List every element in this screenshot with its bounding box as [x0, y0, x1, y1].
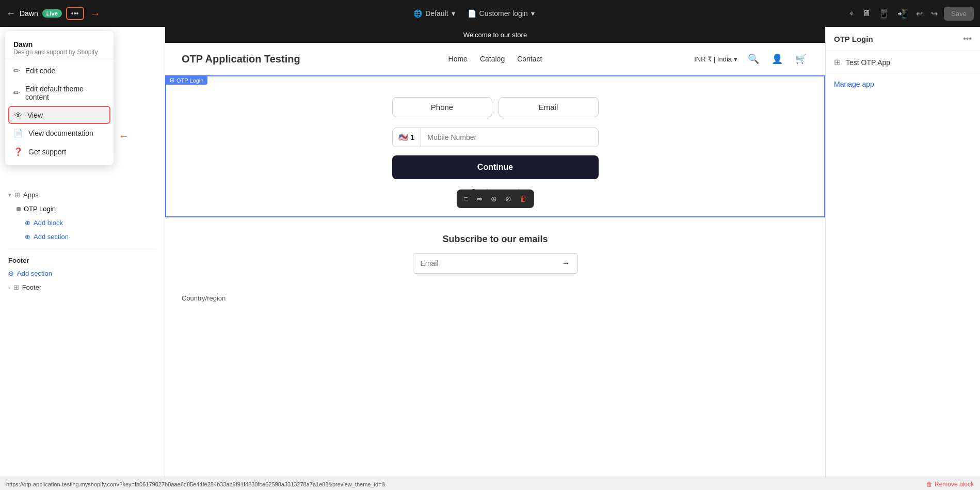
country-code-text: 1 — [411, 133, 415, 141]
apps-label: Apps — [23, 191, 39, 199]
store-actions: INR ₹ | India ▾ 🔍 👤 🛒 — [652, 51, 809, 67]
main-layout: Dawn Design and support by Shopify ✏ Edi… — [0, 27, 980, 490]
flag-icon: 🇺🇸 — [399, 133, 408, 141]
add-section-footer-label: Add section — [17, 270, 52, 277]
account-button[interactable]: 👤 — [769, 51, 785, 67]
remove-block-button[interactable]: 🗑 Remove block — [926, 481, 974, 488]
country-code-selector[interactable]: 🇺🇸 1 — [393, 128, 422, 147]
otp-login-dot — [17, 207, 21, 211]
dropdown-edit-default[interactable]: ✏ Edit default theme content — [5, 80, 114, 106]
dropdown-menu: Dawn Design and support by Shopify ✏ Edi… — [5, 31, 114, 165]
add-block-row[interactable]: ⊕ Add block — [17, 216, 165, 230]
topbar-right: ⌖ 🖥 📱 📲 ↩ ↪ Save — [847, 7, 974, 21]
apps-chevron-icon: ▾ — [8, 192, 11, 198]
apps-row[interactable]: ▾ ⊞ Apps — [0, 188, 165, 202]
view-docs-icon: 📄 — [13, 129, 23, 138]
nav-contact[interactable]: Contact — [517, 55, 542, 63]
view-arrow-indicator: ← — [119, 130, 129, 142]
topbar-center: 🌐 Default ▾ 📄 Customer login ▾ — [105, 9, 844, 18]
more-button[interactable]: ••• — [66, 7, 84, 20]
manage-app-link[interactable]: Manage app — [826, 74, 980, 94]
apps-grid-icon: ⊞ — [14, 191, 20, 199]
add-section-label: Add section — [34, 233, 69, 241]
store-logo: OTP Application Testing — [182, 53, 339, 65]
dropdown-get-support[interactable]: ❓ Get support — [5, 143, 114, 161]
customer-login-button[interactable]: 📄 Customer login ▾ — [468, 9, 535, 18]
desktop-icon-button[interactable]: 🖥 — [860, 7, 873, 20]
dropdown-view[interactable]: 👁 View — [8, 106, 110, 124]
currency-text: INR ₹ | India — [694, 55, 732, 63]
default-button[interactable]: 🌐 Default ▾ — [413, 9, 455, 18]
email-submit-button[interactable]: → — [555, 254, 577, 273]
currency-chevron-icon: ▾ — [734, 55, 737, 63]
back-button[interactable]: ← — [6, 8, 15, 19]
footer-item-label: Footer — [22, 283, 42, 291]
add-section-footer-row[interactable]: ⊕ Add section — [0, 266, 165, 280]
sidebar-divider — [8, 248, 156, 248]
get-support-icon: ❓ — [13, 147, 23, 156]
topbar: ← Dawn Live ••• → 🌐 Default ▾ 📄 Customer… — [0, 0, 980, 27]
add-block-label: Add block — [34, 219, 63, 227]
dropdown-view-docs[interactable]: 📄 View documentation — [5, 124, 114, 143]
toolbar-duplicate[interactable]: ⊕ — [488, 193, 500, 205]
redo-button[interactable]: ↪ — [929, 7, 940, 21]
right-panel: OTP Login ••• ⊞ Test OTP App Manage app — [825, 27, 980, 490]
toolbar-delete[interactable]: 🗑 — [517, 193, 530, 205]
search-button[interactable]: 🔍 — [746, 51, 761, 67]
edit-default-icon: ✏ — [13, 88, 20, 98]
chevron-down-icon: ▾ — [452, 9, 455, 18]
toolbar-hide[interactable]: ⊘ — [502, 193, 515, 205]
add-section-plus-icon: ⊕ — [25, 233, 30, 241]
globe-icon: 🌐 — [413, 9, 422, 18]
apps-group: ▾ ⊞ Apps OTP Login ⊕ Add block ⊕ A — [0, 188, 165, 244]
right-panel-more-button[interactable]: ••• — [963, 34, 972, 43]
page-icon: 📄 — [468, 9, 476, 18]
phone-icon-button[interactable]: 📲 — [895, 7, 910, 21]
phone-input-row: 🇺🇸 1 — [392, 128, 599, 147]
dropdown-edit-default-label: Edit default theme content — [25, 85, 105, 101]
nav-catalog[interactable]: Catalog — [480, 55, 505, 63]
dropdown-subtitle: Design and support by Shopify — [13, 49, 105, 56]
undo-button[interactable]: ↩ — [914, 7, 925, 21]
toolbar-align-center[interactable]: ⇔ — [473, 193, 486, 205]
tablet-icon-button[interactable]: 📱 — [877, 7, 891, 21]
footer-section-title: Footer — [0, 252, 165, 266]
email-tab[interactable]: Email — [499, 97, 599, 117]
save-button[interactable]: Save — [944, 7, 974, 21]
mobile-number-input[interactable] — [421, 128, 598, 147]
dropdown-edit-code[interactable]: ✏ Edit code — [5, 61, 114, 80]
edit-code-icon: ✏ — [13, 66, 20, 75]
preview-frame[interactable]: Welcome to our store OTP Application Tes… — [165, 27, 825, 490]
otp-login-row[interactable]: OTP Login — [17, 202, 165, 216]
footer-chevron-icon: › — [8, 284, 10, 291]
store-announcement: Welcome to our store — [165, 27, 825, 43]
sidebar: Dawn Design and support by Shopify ✏ Edi… — [0, 27, 165, 490]
store-header: OTP Application Testing Home Catalog Con… — [165, 43, 825, 75]
subscribe-section: Subscribe to our emails → — [165, 217, 825, 290]
country-region-label: Country/region — [165, 290, 825, 306]
dropdown-view-docs-label: View documentation — [28, 129, 93, 137]
cursor-icon-button[interactable]: ⌖ — [847, 7, 856, 20]
floating-toolbar: ≡ ⇔ ⊕ ⊘ 🗑 — [456, 189, 534, 208]
cart-button[interactable]: 🛒 — [793, 51, 809, 67]
subscribe-title: Subscribe to our emails — [173, 234, 817, 245]
footer-item-row[interactable]: › ⊞ Footer — [0, 280, 165, 294]
footer-grid-icon: ⊞ — [13, 283, 19, 291]
otp-tag-text: OTP Login — [176, 77, 203, 84]
currency-selector[interactable]: INR ₹ | India ▾ — [694, 55, 737, 63]
add-section-row[interactable]: ⊕ Add section — [17, 230, 165, 244]
right-panel-header: OTP Login ••• — [826, 27, 980, 51]
phone-tab[interactable]: Phone — [392, 97, 492, 117]
preview-area: Welcome to our store OTP Application Tes… — [165, 27, 825, 490]
arrow-indicator: → — [90, 8, 101, 20]
continue-button[interactable]: Continue — [392, 155, 599, 179]
toolbar-align-left[interactable]: ≡ — [460, 193, 471, 205]
otp-label-tag: ⊞ OTP Login — [166, 76, 207, 85]
nav-home[interactable]: Home — [448, 55, 468, 63]
dropdown-title: Dawn — [13, 40, 105, 49]
dropdown-header: Dawn Design and support by Shopify — [5, 35, 114, 59]
view-icon: 👁 — [14, 110, 22, 119]
theme-name: Dawn — [20, 9, 38, 18]
footer-group: Footer ⊕ Add section › ⊞ Footer — [0, 252, 165, 294]
email-subscribe-input[interactable] — [413, 254, 555, 273]
